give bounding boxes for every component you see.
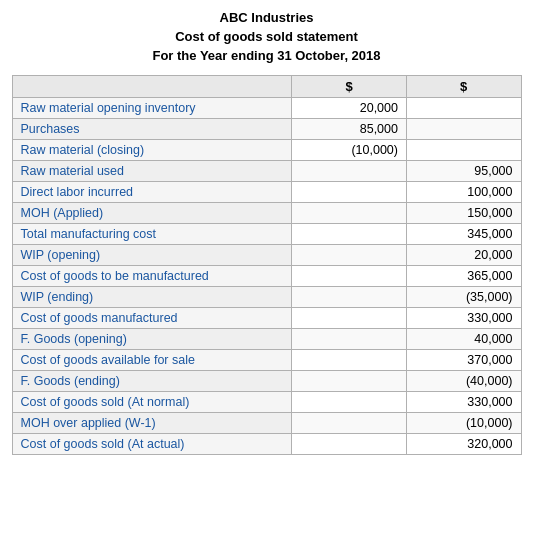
row-col1: 20,000: [292, 98, 407, 119]
table-row: F. Goods (opening)40,000: [12, 329, 521, 350]
row-col2: 330,000: [406, 392, 521, 413]
header-col1: $: [292, 76, 407, 98]
statement-table: $ $ Raw material opening inventory20,000…: [12, 75, 522, 455]
row-col1: [292, 287, 407, 308]
row-label: Raw material opening inventory: [12, 98, 292, 119]
table-row: Raw material (closing)(10,000): [12, 140, 521, 161]
period-title: For the Year ending 31 October, 2018: [12, 48, 522, 63]
table-row: Cost of goods to be manufactured365,000: [12, 266, 521, 287]
table-row: Raw material opening inventory20,000: [12, 98, 521, 119]
row-col2: [406, 119, 521, 140]
table-row: MOH (Applied)150,000: [12, 203, 521, 224]
row-label: MOH over applied (W-1): [12, 413, 292, 434]
table-row: Cost of goods sold (At normal)330,000: [12, 392, 521, 413]
page-container: ABC Industries Cost of goods sold statem…: [12, 10, 522, 455]
row-label: Cost of goods available for sale: [12, 350, 292, 371]
row-col1: [292, 182, 407, 203]
table-row: Raw material used95,000: [12, 161, 521, 182]
row-col1: [292, 245, 407, 266]
table-row: MOH over applied (W-1)(10,000): [12, 413, 521, 434]
row-label: Raw material (closing): [12, 140, 292, 161]
row-col1: [292, 350, 407, 371]
row-col2: 100,000: [406, 182, 521, 203]
row-col2: 150,000: [406, 203, 521, 224]
table-row: Cost of goods available for sale370,000: [12, 350, 521, 371]
row-label: MOH (Applied): [12, 203, 292, 224]
row-col2: [406, 140, 521, 161]
table-row: Cost of goods sold (At actual)320,000: [12, 434, 521, 455]
row-col1: [292, 266, 407, 287]
row-label: Direct labor incurred: [12, 182, 292, 203]
row-col1: [292, 413, 407, 434]
row-col2: (35,000): [406, 287, 521, 308]
row-col1: 85,000: [292, 119, 407, 140]
header-label-col: [12, 76, 292, 98]
row-label: Cost of goods sold (At normal): [12, 392, 292, 413]
row-label: F. Goods (opening): [12, 329, 292, 350]
table-row: WIP (opening)20,000: [12, 245, 521, 266]
row-label: Cost of goods manufactured: [12, 308, 292, 329]
row-col2: 320,000: [406, 434, 521, 455]
row-label: Purchases: [12, 119, 292, 140]
header-section: ABC Industries Cost of goods sold statem…: [12, 10, 522, 63]
row-col2: (40,000): [406, 371, 521, 392]
table-row: WIP (ending)(35,000): [12, 287, 521, 308]
header-col2: $: [406, 76, 521, 98]
table-row: F. Goods (ending)(40,000): [12, 371, 521, 392]
row-label: WIP (ending): [12, 287, 292, 308]
statement-title: Cost of goods sold statement: [12, 29, 522, 44]
table-row: Direct labor incurred100,000: [12, 182, 521, 203]
row-label: F. Goods (ending): [12, 371, 292, 392]
row-col2: 40,000: [406, 329, 521, 350]
row-col2: 370,000: [406, 350, 521, 371]
row-label: Raw material used: [12, 161, 292, 182]
row-col2: 345,000: [406, 224, 521, 245]
row-col1: [292, 392, 407, 413]
row-col1: [292, 224, 407, 245]
row-label: Cost of goods to be manufactured: [12, 266, 292, 287]
row-col1: (10,000): [292, 140, 407, 161]
row-label: Total manufacturing cost: [12, 224, 292, 245]
row-col2: (10,000): [406, 413, 521, 434]
table-row: Cost of goods manufactured330,000: [12, 308, 521, 329]
row-col2: 95,000: [406, 161, 521, 182]
row-col1: [292, 371, 407, 392]
row-col2: 365,000: [406, 266, 521, 287]
row-col2: 20,000: [406, 245, 521, 266]
row-col1: [292, 203, 407, 224]
row-col1: [292, 161, 407, 182]
row-col1: [292, 434, 407, 455]
company-name: ABC Industries: [12, 10, 522, 25]
table-row: Total manufacturing cost345,000: [12, 224, 521, 245]
row-label: Cost of goods sold (At actual): [12, 434, 292, 455]
row-col1: [292, 308, 407, 329]
row-label: WIP (opening): [12, 245, 292, 266]
row-col2: [406, 98, 521, 119]
table-row: Purchases85,000: [12, 119, 521, 140]
row-col1: [292, 329, 407, 350]
row-col2: 330,000: [406, 308, 521, 329]
